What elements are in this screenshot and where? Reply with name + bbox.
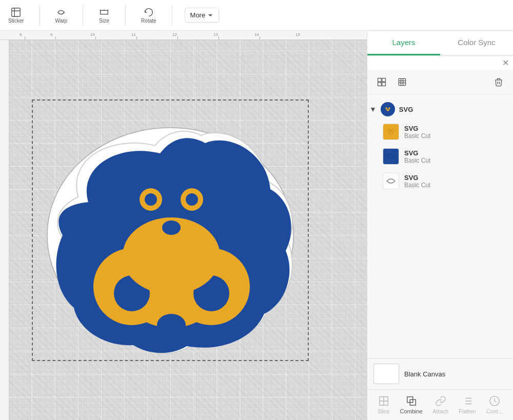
sticker-group: Sticker [5,5,27,26]
canvas-container [9,40,367,420]
slice-label: Slice [378,408,390,414]
combine-button[interactable]: Combine [396,393,426,416]
tab-colorsync[interactable]: Color Sync [440,31,513,55]
layer-info-1: SVG Basic Cut [404,149,430,164]
svg-point-13 [186,193,198,206]
ruler-vertical [0,40,9,420]
close-icon[interactable]: ✕ [502,58,509,68]
top-toolbar: Sticker Warp Size Rotate [0,0,513,31]
combine-label: Combine [400,408,422,414]
panel-delete-btn[interactable] [490,74,507,90]
svg-rect-18 [382,83,386,86]
layer-type-0: Basic Cut [404,132,430,139]
ruler-tick-9: 9 [50,32,52,37]
sep4 [172,5,172,26]
svg-rect-1 [101,10,108,14]
flatten-label: Flatten [459,408,476,414]
layer-item-1[interactable]: SVG Basic Cut [367,144,513,169]
main-area: 8 9 10 11 12 13 14 15 [0,31,513,420]
bottom-toolbar: Slice Combine Attach Flat [367,389,513,420]
sticker-label: Sticker [8,18,24,24]
group-thumb [381,102,395,116]
panel-icon-2[interactable] [394,74,410,90]
svg-rect-19 [399,78,405,85]
chevron-down-icon: ▼ [369,105,377,113]
warp-label: Warp [55,18,68,24]
canvas-area[interactable]: 8 9 10 11 12 13 14 15 [0,31,367,420]
more-button[interactable]: More [185,8,220,23]
contour-label: Cont... [486,408,503,414]
size-label: Size [99,18,109,24]
layer-thumb-1 [383,148,399,165]
svg-rect-16 [382,78,386,82]
rotate-label: Rotate [141,18,156,24]
right-panel: Layers Color Sync ✕ [367,31,513,420]
ruler-tick-11: 11 [131,32,136,37]
layers-list: ▼ SVG [367,95,513,358]
warp-group: Warp [52,5,71,26]
design-wrapper[interactable] [37,105,304,356]
layer-info-2: SVG Basic Cut [404,174,430,189]
svg-point-22 [388,107,390,109]
layer-name-0: SVG [404,125,430,132]
ruler-tick-10: 10 [90,32,95,37]
svg-point-21 [385,107,387,109]
svg-point-26 [389,131,393,134]
tab-close-row: ✕ [367,56,513,70]
blank-canvas-thumb [373,364,399,384]
rotate-button[interactable]: Rotate [138,5,159,26]
flatten-button[interactable]: Flatten [455,393,480,416]
svg-rect-0 [12,8,21,17]
panel-tabs: Layers Color Sync [367,31,513,56]
layer-item-2[interactable]: SVG Basic Cut [367,169,513,193]
sep3 [125,5,126,26]
attach-button[interactable]: Attach [428,393,452,416]
more-label: More [190,11,206,19]
sticker-button[interactable]: Sticker [5,5,27,26]
ruler-tick-15: 15 [295,32,300,37]
layer-thumb-0 [383,124,399,140]
blank-canvas-section: Blank Canvas [367,358,513,389]
layer-info-0: SVG Basic Cut [404,125,430,139]
svg-point-23 [386,109,389,111]
design-svg [37,105,304,356]
slice-button[interactable]: Slice [373,393,394,416]
svg-rect-15 [378,78,382,82]
ruler-tick-13: 13 [213,32,218,37]
rotate-group: Rotate [138,5,159,26]
ruler-horizontal: 8 9 10 11 12 13 14 15 [0,31,367,40]
sep2 [83,5,83,26]
size-button[interactable]: Size [95,5,113,26]
attach-label: Attach [432,408,448,414]
svg-point-8 [157,314,186,336]
svg-point-14 [162,221,181,235]
ruler-tick-12: 12 [172,32,177,37]
contour-button[interactable]: Cont... [482,393,507,416]
layer-name-1: SVG [404,149,430,157]
svg-rect-17 [378,83,382,86]
group-name: SVG [399,106,413,113]
warp-button[interactable]: Warp [52,5,71,26]
ruler-tick-14: 14 [254,32,259,37]
size-group: Size [95,5,113,26]
layer-item-0[interactable]: SVG Basic Cut [367,119,513,144]
layer-group-header[interactable]: ▼ SVG [367,99,513,119]
svg-point-12 [145,193,157,206]
ruler-tick-8: 8 [19,32,22,37]
panel-icon-1[interactable] [373,74,390,90]
blank-canvas-label: Blank Canvas [404,370,445,378]
sep1 [40,5,40,26]
layer-name-2: SVG [404,174,430,182]
layer-type-2: Basic Cut [404,182,430,189]
tab-layers[interactable]: Layers [367,31,440,55]
layer-thumb-2 [383,173,399,189]
layer-type-1: Basic Cut [404,157,430,164]
panel-toolbar [367,70,513,95]
